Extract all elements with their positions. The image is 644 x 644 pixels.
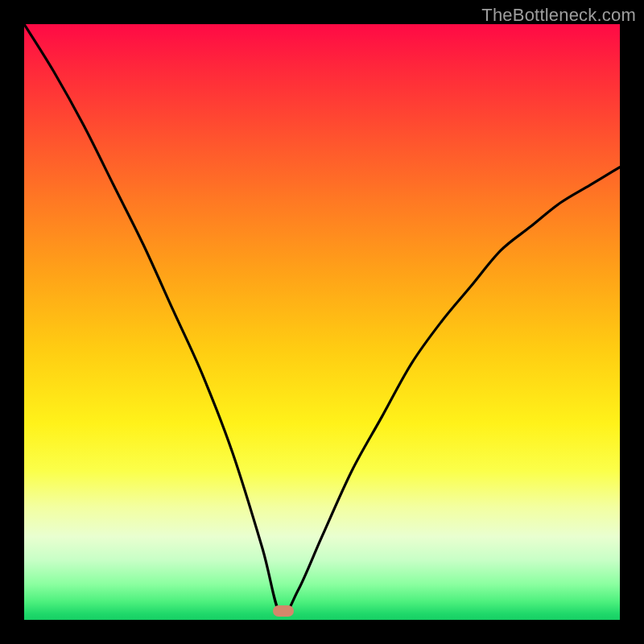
gradient-heatmap-background [24,24,620,620]
minimum-marker [273,605,294,617]
watermark-text: TheBottleneck.com [481,5,636,26]
chart-frame: TheBottleneck.com [0,0,644,644]
bottleneck-curve [24,24,620,620]
